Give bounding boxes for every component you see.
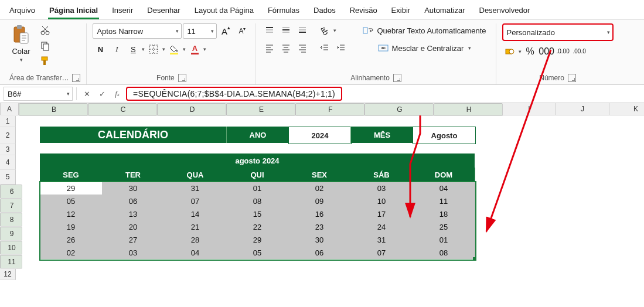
calendar-day-cell[interactable]: 04 [164, 246, 227, 259]
calendar-day-cell[interactable]: 05 [40, 195, 103, 207]
calendar-day-cell[interactable]: 24 [350, 220, 413, 233]
day-header-cell[interactable]: QUI [226, 168, 289, 182]
calendar-day-cell[interactable]: 26 [40, 233, 103, 246]
calendar-day-cell[interactable]: 20 [102, 220, 165, 233]
calendar-day-cell[interactable]: 02 [288, 182, 351, 195]
cut-button[interactable] [38, 23, 53, 37]
decrease-indent-button[interactable] [317, 41, 332, 55]
calendar-day-cell[interactable]: 14 [164, 207, 227, 220]
paste-button[interactable]: Colar ▾ [9, 23, 33, 64]
column-header[interactable]: E [226, 103, 295, 116]
calendar-day-cell[interactable]: 21 [164, 220, 227, 233]
name-box[interactable]: B6#▾ [4, 87, 73, 101]
calendar-day-cell[interactable]: 30 [102, 182, 165, 195]
day-header-cell[interactable]: SEX [288, 168, 351, 182]
calendar-day-cell[interactable]: 25 [413, 220, 475, 233]
chevron-down-icon[interactable]: ▾ [142, 46, 145, 52]
month-value-cell[interactable]: Agosto [413, 127, 476, 144]
calendar-day-cell[interactable]: 30 [288, 233, 351, 246]
align-top-button[interactable] [262, 23, 277, 37]
grow-font-button[interactable]: A▴ [218, 24, 233, 38]
tab-arquivo[interactable]: Arquivo [2, 2, 42, 19]
merge-center-button[interactable]: Mesclar e Centralizar ▾ [359, 41, 489, 55]
wrap-text-button[interactable]: Quebrar Texto Automaticamente [359, 23, 489, 37]
column-header[interactable]: F [295, 103, 364, 116]
row-header[interactable]: 10 [0, 241, 22, 255]
row-header[interactable]: 5 [0, 170, 16, 185]
column-header[interactable]: B [19, 103, 88, 116]
borders-button[interactable] [146, 42, 161, 56]
year-value-cell[interactable]: 2024 [288, 127, 352, 144]
font-size-select[interactable]: 11▾ [183, 23, 217, 39]
calendar-day-cell[interactable]: 15 [226, 207, 289, 220]
calendar-day-cell[interactable]: 10 [350, 195, 413, 207]
calendar-day-cell[interactable]: 12 [40, 207, 103, 220]
calendar-day-cell[interactable]: 07 [164, 195, 227, 207]
day-header-cell[interactable]: TER [102, 168, 165, 182]
fill-handle[interactable] [473, 257, 476, 261]
tab-f-rmulas[interactable]: Fórmulas [261, 2, 306, 19]
fill-color-button[interactable] [166, 42, 182, 56]
calendar-day-cell[interactable]: 05 [226, 246, 289, 259]
calendar-day-cell[interactable]: 29 [226, 233, 289, 246]
chevron-down-icon[interactable]: ▾ [333, 28, 336, 33]
italic-button[interactable]: I [109, 42, 124, 56]
row-header[interactable]: 8 [0, 213, 22, 227]
row-header[interactable]: 2 [0, 127, 16, 144]
increase-indent-button[interactable] [333, 41, 349, 55]
chevron-down-icon[interactable]: ▾ [203, 46, 206, 52]
dialog-launcher-icon[interactable] [393, 74, 401, 82]
calendar-day-cell[interactable]: 01 [226, 182, 289, 195]
calendar-day-cell[interactable]: 28 [164, 233, 227, 246]
calendar-day-cell[interactable]: 29 [40, 182, 103, 195]
tab-p-gina-inicial[interactable]: Página Inicial [42, 2, 105, 19]
column-header[interactable]: A [1, 103, 19, 115]
dialog-launcher-icon[interactable] [178, 74, 186, 82]
tab-exibir[interactable]: Exibir [384, 2, 418, 19]
day-header-cell[interactable]: QUA [164, 168, 227, 182]
calendar-day-cell[interactable]: 04 [413, 182, 475, 195]
calendar-day-cell[interactable]: 06 [102, 195, 165, 207]
row-header[interactable]: 3 [0, 144, 16, 155]
day-header-cell[interactable]: SÁB [350, 168, 413, 182]
year-label-cell[interactable]: ANO [226, 127, 289, 143]
row-header[interactable]: 9 [0, 227, 22, 241]
calendar-day-cell[interactable]: 18 [413, 207, 475, 220]
shrink-font-button[interactable]: A▾ [234, 24, 250, 38]
calendar-day-cell[interactable]: 17 [350, 207, 413, 220]
calendar-title-cell[interactable]: CALENDÁRIO [40, 127, 226, 143]
align-bottom-button[interactable] [295, 23, 310, 37]
calendar-day-cell[interactable]: 03 [350, 182, 413, 195]
tab-dados[interactable]: Dados [306, 2, 343, 19]
calendar-day-cell[interactable]: 19 [40, 220, 103, 233]
dialog-launcher-icon[interactable] [568, 74, 576, 82]
align-center-button[interactable] [278, 41, 294, 55]
calendar-day-cell[interactable]: 08 [413, 246, 475, 259]
align-right-button[interactable] [295, 41, 310, 55]
enter-formula-button[interactable]: ✓ [94, 90, 110, 98]
calendar-day-cell[interactable]: 13 [102, 207, 165, 220]
row-header[interactable]: 6 [0, 185, 22, 199]
cancel-formula-button[interactable]: ✕ [79, 90, 94, 98]
day-header-cell[interactable]: DOM [413, 168, 475, 182]
calendar-day-cell[interactable]: 01 [413, 233, 475, 246]
calendar-day-cell[interactable]: 27 [102, 233, 165, 246]
chevron-down-icon[interactable]: ▾ [162, 46, 165, 52]
calendar-day-cell[interactable]: 06 [288, 246, 351, 259]
tab-desenhar[interactable]: Desenhar [140, 2, 187, 19]
column-header[interactable]: D [157, 103, 226, 116]
tab-inserir[interactable]: Inserir [105, 2, 140, 19]
format-painter-button[interactable] [38, 54, 53, 68]
number-format-select[interactable]: Personalizado▾ [502, 23, 614, 41]
comma-format-button[interactable]: 000 [539, 45, 554, 59]
row-header[interactable]: 1 [0, 116, 16, 127]
bold-button[interactable]: N [93, 42, 108, 56]
calendar-day-cell[interactable]: 09 [288, 195, 351, 207]
tab-layout-da-p-gina[interactable]: Layout da Página [188, 2, 261, 19]
align-left-button[interactable] [262, 41, 277, 55]
chevron-down-icon[interactable]: ▾ [183, 46, 186, 52]
calendar-day-cell[interactable]: 02 [40, 246, 103, 259]
row-header[interactable]: 11 [0, 255, 22, 269]
month-label-cell[interactable]: MÊS [350, 127, 413, 143]
calendar-day-cell[interactable]: 07 [350, 246, 413, 259]
